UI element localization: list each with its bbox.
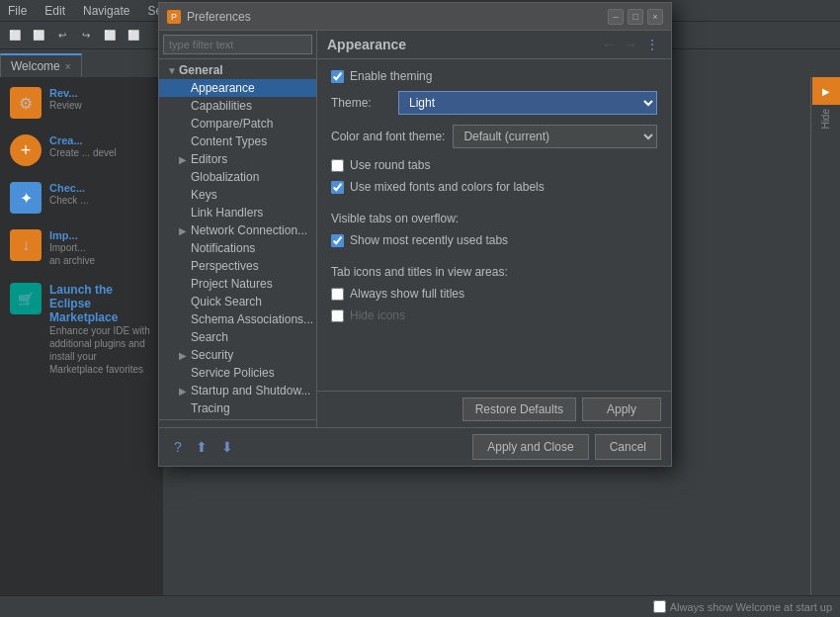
tree-item-perspectives[interactable]: Perspectives xyxy=(159,257,316,275)
tree-perspectives-label: Perspectives xyxy=(191,259,259,273)
tree-item-compare-patch[interactable]: Compare/Patch xyxy=(159,115,316,132)
full-titles-checkbox[interactable] xyxy=(331,288,344,301)
nav-back-btn[interactable]: ← xyxy=(600,37,618,52)
toolbar-btn-2[interactable]: ⬜ xyxy=(28,25,49,46)
round-tabs-row: Use round tabs xyxy=(331,158,657,172)
tree-item-service-policies[interactable]: Service Policies xyxy=(159,364,316,382)
tree-item-content-types[interactable]: Content Types xyxy=(159,132,316,150)
menu-file[interactable]: File xyxy=(4,2,31,20)
welcome-item-checkout[interactable]: ✦ Chec... Check ... xyxy=(10,182,153,214)
help-button[interactable]: ? xyxy=(169,436,187,458)
round-tabs-label: Use round tabs xyxy=(350,158,430,172)
tree-item-network[interactable]: ▶ Network Connection... xyxy=(159,221,316,239)
pref-nav-buttons: ← → ⋮ xyxy=(600,37,661,52)
dialog-footer: ? ⬆ ⬇ Apply and Close Cancel xyxy=(159,427,671,466)
footer-right-btns: Apply and Close Cancel xyxy=(472,434,661,460)
footer-left-btns: ? ⬆ ⬇ xyxy=(169,436,238,458)
visible-tabs-heading: Visible tabs on overflow: xyxy=(331,212,657,225)
marketplace-title: Launch the Eclipse Marketplace xyxy=(49,283,153,324)
color-font-select[interactable]: Default (current) xyxy=(453,125,657,148)
dialog-maximize-btn[interactable]: □ xyxy=(628,9,643,25)
welcome-item-marketplace[interactable]: 🛒 Launch the Eclipse Marketplace Enhance… xyxy=(10,283,153,376)
hide-label: Hide xyxy=(820,109,831,130)
tree-item-notifications[interactable]: Notifications xyxy=(159,239,316,257)
toolbar-btn-3[interactable]: ↩ xyxy=(51,25,73,46)
tree-globalization-label: Globalization xyxy=(191,170,259,184)
toolbar-btn-5[interactable]: ⬜ xyxy=(99,25,121,46)
apply-close-button[interactable]: Apply and Close xyxy=(472,434,588,460)
pref-right-header: Appearance ← → ⋮ xyxy=(317,31,671,59)
tree-item-tracing[interactable]: Tracing xyxy=(159,399,316,417)
always-show-row: Always show Welcome at start up xyxy=(653,600,832,613)
create-icon: + xyxy=(10,134,42,166)
tree-item-editors[interactable]: ▶ Editors xyxy=(159,150,316,168)
tree-item-startup[interactable]: ▶ Startup and Shutdow... xyxy=(159,382,316,399)
tree-item-appearance[interactable]: Appearance xyxy=(159,79,316,97)
general-arrow: ▼ xyxy=(167,65,177,76)
tab-welcome[interactable]: Welcome × xyxy=(0,53,82,77)
dialog-close-btn[interactable]: × xyxy=(647,9,663,25)
color-font-row: Color and font theme: Default (current) xyxy=(331,125,657,148)
tree-item-general[interactable]: ▼ General xyxy=(159,61,316,79)
tree-item-security[interactable]: ▶ Security xyxy=(159,346,316,364)
tree-startup-label: Startup and Shutdow... xyxy=(191,384,310,397)
cancel-button[interactable]: Cancel xyxy=(595,434,661,460)
tree-item-capabilities[interactable]: Capabilities xyxy=(159,97,316,115)
preferences-dialog: P Preferences – □ × ▼ General App xyxy=(158,2,672,467)
tree-item-quick-search[interactable]: Quick Search xyxy=(159,293,316,310)
toolbar-btn-1[interactable]: ⬜ xyxy=(4,25,26,46)
nav-forward-btn[interactable]: → xyxy=(622,37,639,52)
status-bar: Always show Welcome at start up xyxy=(0,595,840,617)
toolbar-btn-6[interactable]: ⬜ xyxy=(123,25,144,46)
round-tabs-checkbox[interactable] xyxy=(331,159,344,172)
apply-button[interactable]: Apply xyxy=(582,397,661,421)
create-title: Crea... xyxy=(49,134,117,146)
restore-defaults-button[interactable]: Restore Defaults xyxy=(462,397,576,421)
tree-schema-label: Schema Associations... xyxy=(191,312,313,326)
tree-keys-label: Keys xyxy=(191,188,217,202)
dialog-title-text: Preferences xyxy=(187,10,251,24)
tree-quick-search-label: Quick Search xyxy=(191,295,262,308)
pref-action-bar: Restore Defaults Apply xyxy=(317,391,671,427)
tab-close-btn[interactable]: × xyxy=(65,61,71,72)
hide-icons-row: Hide icons xyxy=(331,308,657,322)
tree-item-globalization[interactable]: Globalization xyxy=(159,168,316,186)
pref-page-title: Appearance xyxy=(327,37,406,52)
menu-edit[interactable]: Edit xyxy=(41,2,69,20)
recent-tabs-checkbox[interactable] xyxy=(331,234,344,247)
tree-scrollbar[interactable] xyxy=(159,419,316,427)
theme-select[interactable]: Light Dark xyxy=(398,91,657,115)
dialog-minimize-btn[interactable]: – xyxy=(608,9,624,25)
dialog-title-left: P Preferences xyxy=(167,10,251,24)
always-show-welcome-checkbox[interactable] xyxy=(653,600,666,613)
nav-menu-btn[interactable]: ⋮ xyxy=(643,37,661,52)
welcome-item-import[interactable]: ↓ Imp... Import...an archive xyxy=(10,229,153,267)
pref-filter-input[interactable] xyxy=(163,35,312,54)
welcome-item-review[interactable]: ⚙ Rev... Review xyxy=(10,87,153,119)
toolbar-btn-4[interactable]: ↪ xyxy=(75,25,97,46)
tab-welcome-label: Welcome xyxy=(11,59,60,73)
review-desc: Review xyxy=(49,99,82,112)
full-titles-label: Always show full titles xyxy=(350,287,464,301)
tree-item-project-natures[interactable]: Project Natures xyxy=(159,275,316,293)
import-button[interactable]: ⬇ xyxy=(216,436,238,458)
hide-button[interactable]: ▶ xyxy=(812,77,840,105)
tree-content-types-label: Content Types xyxy=(191,134,267,148)
menu-navigate[interactable]: Navigate xyxy=(79,2,133,20)
tree-capabilities-label: Capabilities xyxy=(191,99,252,113)
import-title: Imp... xyxy=(49,229,95,241)
dialog-body: ▼ General Appearance Capabilities Compar… xyxy=(159,31,671,427)
tree-item-link-handlers[interactable]: Link Handlers xyxy=(159,204,316,221)
welcome-item-create[interactable]: + Crea... Create ... devel xyxy=(10,134,153,166)
tree-item-search[interactable]: Search xyxy=(159,328,316,346)
tree-item-keys[interactable]: Keys xyxy=(159,186,316,204)
welcome-content: ⚙ Rev... Review + Crea... Create ... dev… xyxy=(0,77,163,401)
hide-icons-checkbox[interactable] xyxy=(331,309,344,322)
tree-item-schema[interactable]: Schema Associations... xyxy=(159,310,316,328)
enable-theming-checkbox[interactable] xyxy=(331,70,344,83)
pref-tree-panel: ▼ General Appearance Capabilities Compar… xyxy=(159,31,317,427)
pref-content-area: Enable theming Theme: Light Dark Color a… xyxy=(317,59,671,391)
theme-label: Theme: xyxy=(331,96,390,110)
mixed-fonts-checkbox[interactable] xyxy=(331,181,344,194)
export-button[interactable]: ⬆ xyxy=(191,436,212,458)
